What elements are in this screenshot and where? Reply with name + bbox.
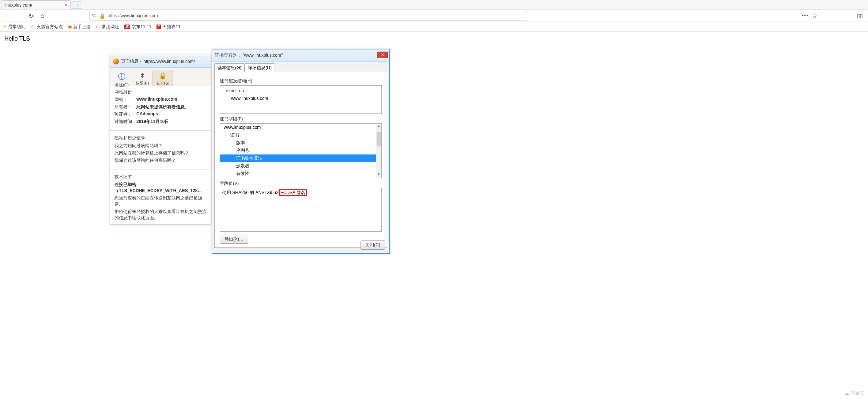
value-label: 字段值(V) xyxy=(220,180,382,187)
scroll-up-icon[interactable]: ▲ xyxy=(377,124,381,129)
divider xyxy=(110,169,211,169)
field-serial[interactable]: 序列号 xyxy=(220,147,381,154)
pageinfo-tab-permissions[interactable]: 权限(P) xyxy=(132,70,152,86)
bookmark-getting-started[interactable]: ◉新手上路 xyxy=(68,24,91,30)
page-actions-icon[interactable]: ••• xyxy=(802,13,809,18)
reload-button[interactable]: ↻ xyxy=(26,11,36,21)
fields-box[interactable]: www.linuxplus.com 证书 版本 序列号 证书签名算法 颁发者 有… xyxy=(220,123,382,178)
forward-button[interactable]: → xyxy=(14,11,24,21)
field-site[interactable]: www.linuxplus.com xyxy=(220,124,381,131)
field-validity[interactable]: 有效性 xyxy=(220,170,381,178)
sidebar-icon[interactable]: ▯▯ xyxy=(857,13,863,19)
bookmark-tmall[interactable]: T天猫双11 xyxy=(156,24,180,30)
pageinfo-title-prefix: 页面信息 - xyxy=(121,58,141,64)
value-highlight: ECDSA 签名 xyxy=(280,190,306,195)
pageinfo-tab-general[interactable]: 常规(G) xyxy=(112,70,132,86)
export-button[interactable]: 导出(X)… xyxy=(220,235,248,244)
identity-section: 网站身份 网站：www.linuxplus.com 所有者：此网站未提供所有者信… xyxy=(110,86,211,129)
new-tab-button[interactable]: + xyxy=(72,1,82,9)
firefox-icon xyxy=(113,59,119,64)
page-body-text: Hello TLS xyxy=(4,36,30,42)
hier-root[interactable]: root_ca xyxy=(222,87,379,95)
bottom-row: 关闭(C) xyxy=(361,240,385,250)
field-issuer[interactable]: 颁发者 xyxy=(220,162,381,170)
bookmarks-bar: ✦最常访问 🗀火狐官方站点 ◉新手上路 🗀常用网址 JD京东11.11 T天猫双… xyxy=(0,22,868,32)
certviewer-title: 证书查看器： "www.linuxplus.com" xyxy=(215,52,283,59)
certviewer-titlebar[interactable]: 证书查看器： "www.linuxplus.com" ✕ xyxy=(212,49,389,62)
tmall-icon: T xyxy=(156,25,161,29)
verifier-value: CAdevops xyxy=(136,111,207,118)
certviewer-body: 证书层次结构(H) root_ca www.linuxplus.com 证书字段… xyxy=(214,72,387,248)
owner-key: 所有者： xyxy=(114,104,136,110)
bookmark-jd[interactable]: JD京东11.11 xyxy=(124,24,151,30)
tab-title: linuxplus.com/ xyxy=(4,3,32,8)
pageinfo-titlebar[interactable]: 页面信息 - https://www.linuxplus.com/ xyxy=(110,55,211,68)
export-row: 导出(X)… xyxy=(220,235,382,244)
sliders-icon xyxy=(132,72,152,80)
bookmark-most-visited[interactable]: ✦最常访问 xyxy=(3,24,26,30)
home-button[interactable]: ⌂ xyxy=(37,11,48,21)
field-cert[interactable]: 证书 xyxy=(220,131,381,139)
history-section: 隐私和历史记录 我之前访问过该网站吗？ 此网站在我的计算机上存储了信息吗？ 我保… xyxy=(110,132,211,168)
scroll-down-icon[interactable]: ▼ xyxy=(377,172,381,178)
bookmark-firefox-sites[interactable]: 🗀火狐官方站点 xyxy=(31,24,63,30)
lock-icon xyxy=(153,72,173,80)
certviewer-tabs: 基本信息(G) 详细信息(D) xyxy=(214,63,387,72)
pageinfo-tabbar: 常规(G) 权限(P) 安全(S) xyxy=(110,68,211,86)
back-button[interactable]: ← xyxy=(2,11,12,21)
close-dialog-button[interactable]: 关闭(C) xyxy=(361,240,385,250)
tab-close-icon[interactable]: × xyxy=(64,2,67,8)
fields-label: 证书字段(F) xyxy=(220,116,382,122)
nav-toolbar: ← → ↻ ⌂ 🛡 🔒 https://www.linuxplus.com ••… xyxy=(0,10,868,22)
value-pre: 使用 SHA256 的 ANSI X9.62 xyxy=(222,190,280,195)
star-icon: ✦ xyxy=(3,24,7,29)
certviewer-window: 证书查看器： "www.linuxplus.com" ✕ 基本信息(G) 详细信… xyxy=(212,49,390,254)
history-q1: 我之前访问过该网站吗？ xyxy=(114,143,207,149)
jd-icon: JD xyxy=(124,25,130,29)
bookmark-common-urls[interactable]: 🗀常用网址 xyxy=(96,24,119,30)
tab-details[interactable]: 详细信息(D) xyxy=(245,63,275,72)
field-sigalg[interactable]: 证书签名算法 xyxy=(220,154,381,162)
scroll-thumb[interactable] xyxy=(377,132,381,146)
site-key: 网站： xyxy=(114,97,136,103)
browser-tab[interactable]: linuxplus.com/ × xyxy=(1,0,71,10)
pageinfo-window: 页面信息 - https://www.linuxplus.com/ 常规(G) … xyxy=(110,55,211,224)
history-q3: 我保存过该网站的任何密码吗？ xyxy=(114,157,207,164)
expiry-value: 2019年11月10日 xyxy=(136,119,207,125)
pageinfo-title-url: https://www.linuxplus.com/ xyxy=(143,59,195,64)
hierarchy-label: 证书层次结构(H) xyxy=(220,78,382,84)
folder-icon: 🗀 xyxy=(96,24,100,29)
url-bar[interactable]: 🛡 🔒 https://www.linuxplus.com xyxy=(89,11,528,20)
pageinfo-tab-security[interactable]: 安全(S) xyxy=(152,70,173,86)
cloud-icon xyxy=(844,391,850,396)
site-value: www.linuxplus.com xyxy=(136,97,207,103)
chevron-down-icon xyxy=(226,88,229,93)
info-icon xyxy=(112,72,132,82)
folder-icon: 🗀 xyxy=(31,24,35,29)
history-header: 隐私和历史记录 xyxy=(114,135,207,141)
tech-section: 技术细节 连接已加密（TLS_ECDHE_ECDSA_WITH_AES_128…… xyxy=(110,171,211,225)
page-content: Hello TLS xyxy=(0,32,868,46)
tab-basic-info[interactable]: 基本信息(G) xyxy=(214,63,245,72)
url-protocol: https://www.linuxplus.com xyxy=(107,13,158,18)
tech-header: 技术细节 xyxy=(114,174,207,180)
field-version[interactable]: 版本 xyxy=(220,139,381,147)
lock-icon[interactable]: 🔒 xyxy=(99,13,105,19)
close-button[interactable]: ✕ xyxy=(377,52,388,58)
cipher-suite: 连接已加密（TLS_ECDHE_ECDSA_WITH_AES_128… xyxy=(114,182,207,194)
hierarchy-box[interactable]: root_ca www.linuxplus.com xyxy=(220,85,382,114)
owner-value: 此网站未提供所有者信息。 xyxy=(136,104,207,110)
bookmark-star-icon[interactable]: ☆ xyxy=(812,12,818,20)
identity-header: 网站身份 xyxy=(114,89,207,95)
history-q2: 此网站在我的计算机上存储了信息吗？ xyxy=(114,150,207,156)
divider xyxy=(110,130,211,131)
firefox-icon: ◉ xyxy=(68,24,72,29)
shield-icon[interactable]: 🛡 xyxy=(92,13,97,19)
hier-leaf[interactable]: www.linuxplus.com xyxy=(222,95,379,102)
tech-line1: 您当前查看的页面在传送到互联网之前已被加密。 xyxy=(114,195,207,208)
tech-line2: 加密使得未经授权的人难以查看计算机之间交流的信息中读取此页面。 xyxy=(114,209,207,221)
value-box[interactable]: 使用 SHA256 的 ANSI X9.62 ECDSA 签名 xyxy=(220,188,382,232)
tab-strip: linuxplus.com/ × + xyxy=(0,0,868,10)
verifier-key: 验证者： xyxy=(114,111,136,118)
watermark: 亿速云 xyxy=(844,390,864,397)
